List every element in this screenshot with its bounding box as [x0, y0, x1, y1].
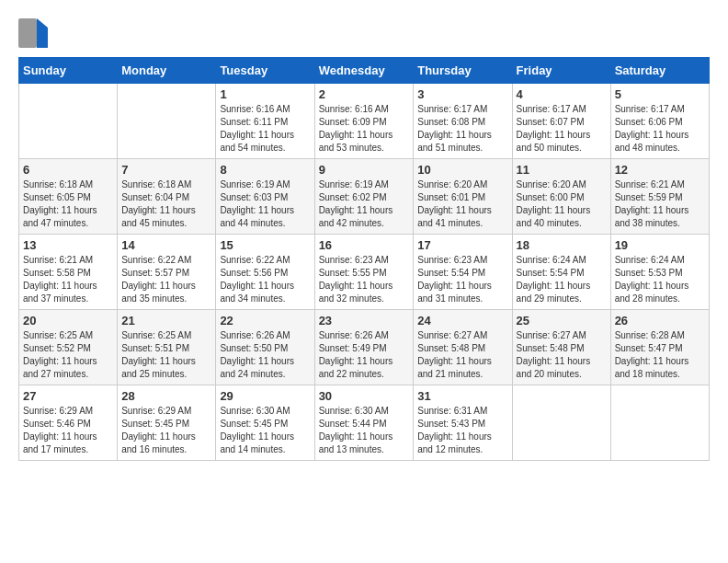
day-info: Sunrise: 6:21 AM Sunset: 5:59 PM Dayligh… [615, 178, 705, 230]
day-number: 7 [121, 163, 211, 177]
calendar-cell [512, 385, 610, 461]
day-info: Sunrise: 6:29 AM Sunset: 5:45 PM Dayligh… [121, 405, 211, 456]
calendar-cell [19, 84, 118, 159]
calendar-cell: 3Sunrise: 6:17 AM Sunset: 6:08 PM Daylig… [414, 84, 512, 159]
day-number: 13 [23, 238, 113, 252]
day-number: 26 [615, 314, 705, 327]
calendar-cell: 20Sunrise: 6:25 AM Sunset: 5:52 PM Dayli… [19, 310, 118, 385]
day-number: 24 [417, 314, 507, 327]
calendar-cell: 8Sunrise: 6:19 AM Sunset: 6:03 PM Daylig… [216, 159, 314, 235]
day-number: 21 [121, 314, 211, 327]
day-info: Sunrise: 6:18 AM Sunset: 6:04 PM Dayligh… [121, 178, 211, 230]
calendar-cell: 18Sunrise: 6:24 AM Sunset: 5:54 PM Dayli… [512, 235, 610, 310]
calendar-cell: 11Sunrise: 6:20 AM Sunset: 6:00 PM Dayli… [512, 159, 610, 235]
day-number: 31 [417, 389, 507, 403]
calendar-cell: 25Sunrise: 6:27 AM Sunset: 5:48 PM Dayli… [512, 310, 610, 385]
day-info: Sunrise: 6:19 AM Sunset: 6:03 PM Dayligh… [220, 178, 310, 230]
calendar-cell: 31Sunrise: 6:31 AM Sunset: 5:43 PM Dayli… [414, 385, 512, 461]
calendar-cell: 28Sunrise: 6:29 AM Sunset: 5:45 PM Dayli… [118, 385, 216, 461]
calendar-cell: 22Sunrise: 6:26 AM Sunset: 5:50 PM Dayli… [216, 310, 314, 385]
calendar-day-header: Saturday [610, 58, 709, 84]
day-info: Sunrise: 6:27 AM Sunset: 5:48 PM Dayligh… [417, 329, 507, 381]
day-number: 18 [517, 238, 607, 252]
calendar-cell: 21Sunrise: 6:25 AM Sunset: 5:51 PM Dayli… [118, 310, 216, 385]
day-info: Sunrise: 6:17 AM Sunset: 6:08 PM Dayligh… [417, 103, 507, 155]
calendar-week-row: 13Sunrise: 6:21 AM Sunset: 5:58 PM Dayli… [19, 235, 710, 310]
calendar-cell [118, 84, 216, 159]
day-number: 14 [121, 238, 211, 252]
svg-marker-1 [37, 18, 48, 48]
day-number: 15 [220, 238, 310, 252]
calendar-cell: 17Sunrise: 6:23 AM Sunset: 5:54 PM Dayli… [414, 235, 512, 310]
calendar-cell: 19Sunrise: 6:24 AM Sunset: 5:53 PM Dayli… [610, 235, 709, 310]
day-number: 25 [517, 314, 607, 327]
calendar-cell: 26Sunrise: 6:28 AM Sunset: 5:47 PM Dayli… [610, 310, 709, 385]
calendar-day-header: Thursday [414, 58, 512, 84]
calendar-cell: 6Sunrise: 6:18 AM Sunset: 6:05 PM Daylig… [19, 159, 118, 235]
day-info: Sunrise: 6:20 AM Sunset: 6:01 PM Dayligh… [417, 178, 507, 230]
calendar-table: SundayMondayTuesdayWednesdayThursdayFrid… [18, 57, 710, 461]
logo [18, 18, 51, 48]
day-info: Sunrise: 6:25 AM Sunset: 5:52 PM Dayligh… [23, 329, 113, 381]
calendar-cell: 5Sunrise: 6:17 AM Sunset: 6:06 PM Daylig… [610, 84, 709, 159]
day-info: Sunrise: 6:31 AM Sunset: 5:43 PM Dayligh… [417, 405, 507, 456]
day-number: 5 [615, 87, 705, 101]
day-info: Sunrise: 6:24 AM Sunset: 5:54 PM Dayligh… [517, 254, 607, 305]
day-info: Sunrise: 6:18 AM Sunset: 6:05 PM Dayligh… [23, 178, 113, 230]
day-number: 17 [417, 238, 507, 252]
calendar-cell: 23Sunrise: 6:26 AM Sunset: 5:49 PM Dayli… [314, 310, 414, 385]
calendar-cell: 2Sunrise: 6:16 AM Sunset: 6:09 PM Daylig… [314, 84, 414, 159]
day-number: 28 [121, 389, 211, 403]
day-info: Sunrise: 6:23 AM Sunset: 5:55 PM Dayligh… [319, 254, 410, 305]
calendar-cell: 9Sunrise: 6:19 AM Sunset: 6:02 PM Daylig… [314, 159, 414, 235]
calendar-cell: 29Sunrise: 6:30 AM Sunset: 5:45 PM Dayli… [216, 385, 314, 461]
day-number: 1 [220, 87, 310, 101]
svg-rect-0 [18, 18, 37, 48]
day-info: Sunrise: 6:23 AM Sunset: 5:54 PM Dayligh… [417, 254, 507, 305]
day-number: 22 [220, 314, 310, 327]
day-info: Sunrise: 6:30 AM Sunset: 5:45 PM Dayligh… [220, 405, 310, 456]
day-number: 12 [615, 163, 705, 177]
day-number: 27 [23, 389, 113, 403]
calendar-cell: 13Sunrise: 6:21 AM Sunset: 5:58 PM Dayli… [19, 235, 118, 310]
day-info: Sunrise: 6:26 AM Sunset: 5:49 PM Dayligh… [319, 329, 410, 381]
calendar-cell: 7Sunrise: 6:18 AM Sunset: 6:04 PM Daylig… [118, 159, 216, 235]
calendar-cell: 27Sunrise: 6:29 AM Sunset: 5:46 PM Dayli… [19, 385, 118, 461]
calendar-cell: 30Sunrise: 6:30 AM Sunset: 5:44 PM Dayli… [314, 385, 414, 461]
calendar-day-header: Tuesday [216, 58, 314, 84]
calendar-day-header: Wednesday [314, 58, 414, 84]
day-info: Sunrise: 6:17 AM Sunset: 6:06 PM Dayligh… [615, 103, 705, 155]
day-number: 4 [517, 87, 607, 101]
calendar-day-header: Friday [512, 58, 610, 84]
day-number: 20 [23, 314, 113, 327]
calendar-week-row: 1Sunrise: 6:16 AM Sunset: 6:11 PM Daylig… [19, 84, 710, 159]
day-info: Sunrise: 6:24 AM Sunset: 5:53 PM Dayligh… [615, 254, 705, 305]
day-info: Sunrise: 6:28 AM Sunset: 5:47 PM Dayligh… [615, 329, 705, 381]
day-number: 30 [319, 389, 410, 403]
day-number: 8 [220, 163, 310, 177]
day-info: Sunrise: 6:17 AM Sunset: 6:07 PM Dayligh… [517, 103, 607, 155]
calendar-day-header: Monday [118, 58, 216, 84]
page-header [18, 18, 710, 48]
day-number: 9 [319, 163, 410, 177]
day-info: Sunrise: 6:26 AM Sunset: 5:50 PM Dayligh… [220, 329, 310, 381]
day-info: Sunrise: 6:16 AM Sunset: 6:09 PM Dayligh… [319, 103, 410, 155]
calendar-cell: 4Sunrise: 6:17 AM Sunset: 6:07 PM Daylig… [512, 84, 610, 159]
calendar-cell: 24Sunrise: 6:27 AM Sunset: 5:48 PM Dayli… [414, 310, 512, 385]
calendar-cell: 15Sunrise: 6:22 AM Sunset: 5:56 PM Dayli… [216, 235, 314, 310]
day-number: 16 [319, 238, 410, 252]
day-info: Sunrise: 6:16 AM Sunset: 6:11 PM Dayligh… [220, 103, 310, 155]
calendar-day-header: Sunday [19, 58, 118, 84]
calendar-cell: 12Sunrise: 6:21 AM Sunset: 5:59 PM Dayli… [610, 159, 709, 235]
day-number: 10 [417, 163, 507, 177]
day-info: Sunrise: 6:21 AM Sunset: 5:58 PM Dayligh… [23, 254, 113, 305]
calendar-cell: 16Sunrise: 6:23 AM Sunset: 5:55 PM Dayli… [314, 235, 414, 310]
day-number: 2 [319, 87, 410, 101]
logo-icon [18, 18, 48, 48]
day-info: Sunrise: 6:22 AM Sunset: 5:57 PM Dayligh… [121, 254, 211, 305]
day-number: 3 [417, 87, 507, 101]
calendar-cell: 1Sunrise: 6:16 AM Sunset: 6:11 PM Daylig… [216, 84, 314, 159]
day-number: 11 [517, 163, 607, 177]
day-info: Sunrise: 6:25 AM Sunset: 5:51 PM Dayligh… [121, 329, 211, 381]
calendar-week-row: 27Sunrise: 6:29 AM Sunset: 5:46 PM Dayli… [19, 385, 710, 461]
